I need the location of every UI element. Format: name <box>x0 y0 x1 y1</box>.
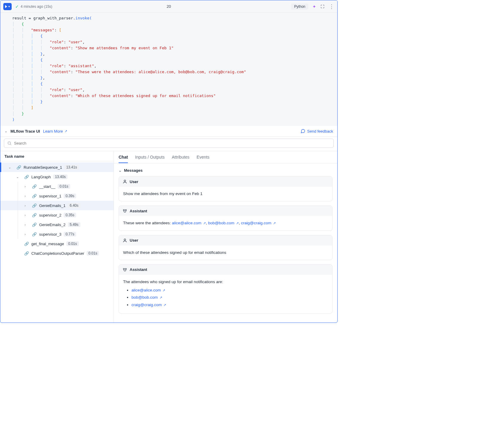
external-link-icon: ↗ <box>65 129 67 133</box>
email-link[interactable]: alice@alice.com ↗ <box>172 221 206 225</box>
more-icon[interactable]: ⋮ <box>329 4 334 9</box>
chevron-down-icon: ⌄ <box>15 175 19 179</box>
message-body: The attendees who signed up for email no… <box>119 275 332 313</box>
sparkle-icon[interactable]: ✦ <box>312 4 316 9</box>
svg-point-0 <box>8 142 11 145</box>
user-icon <box>122 238 127 243</box>
search-box[interactable] <box>4 139 334 148</box>
message-body: Show me attendees from my event on Feb 1 <box>119 187 332 201</box>
speech-bubble-icon <box>301 129 305 134</box>
message-body: These were the attendees: alice@alice.co… <box>119 216 332 230</box>
svg-point-3 <box>123 210 125 211</box>
search-wrap <box>0 137 337 151</box>
trace-title: MLflow Trace UI <box>10 129 40 134</box>
link-icon: 🔗 <box>32 213 37 217</box>
learn-more-link[interactable]: Learn More ↗ <box>43 129 67 134</box>
chevron-right-icon: › <box>23 213 27 217</box>
link-icon: 🔗 <box>32 194 37 198</box>
message-card-assistant: Assistant The attendees who signed up fo… <box>119 264 333 314</box>
code-token: result <box>12 16 26 20</box>
email-link[interactable]: alice@alice.com ↗ <box>131 288 165 292</box>
tab-chat[interactable]: Chat <box>119 151 128 163</box>
code-editor[interactable]: result = graph_with_parser.invoke( │ { │… <box>0 13 337 126</box>
tree-node[interactable]: › 🔗 __start__ 0.01s <box>0 182 114 191</box>
link-icon: 🔗 <box>32 223 37 227</box>
link-icon: 🔗 <box>32 184 37 189</box>
message-body: Which of these attendees signed up for e… <box>119 246 332 260</box>
search-input[interactable] <box>14 141 330 145</box>
tree-node[interactable]: › 🔗 GenieEmails_2 5.49s <box>0 220 114 229</box>
assistant-icon <box>122 267 127 272</box>
email-link[interactable]: craig@craig.com ↗ <box>131 303 166 307</box>
chevron-right-icon: › <box>23 185 27 188</box>
check-icon: ✓ <box>15 4 19 9</box>
external-link-icon: ↗ <box>163 289 165 292</box>
email-link[interactable]: bob@bob.com ↗ <box>208 221 239 225</box>
chevron-right-icon: › <box>23 232 27 236</box>
tree-node-highlighted[interactable]: › 🔗 GenieEmails_1 6.40s <box>0 201 114 210</box>
tabs: Chat Inputs / Outputs Attributes Events <box>114 151 337 163</box>
link-icon: 🔗 <box>32 203 37 208</box>
external-link-icon: ↗ <box>163 303 166 307</box>
assistant-icon <box>122 208 127 213</box>
cell-number: 20 <box>167 4 171 9</box>
chevron-right-icon: › <box>23 194 27 198</box>
chevron-down-icon: ⌄ <box>7 165 12 169</box>
chevron-down-icon[interactable]: ⌄ <box>4 129 7 133</box>
svg-line-1 <box>10 144 11 145</box>
tree-panel: Task name ⌄ 🔗 RunnableSequence_1 13.41s … <box>0 151 114 323</box>
tree-node[interactable]: 🔗 ChatCompletionsOutputParser 0.01s <box>0 248 114 258</box>
right-tools: Python ✦ ⋮ <box>291 4 334 10</box>
run-button[interactable]: ▾ <box>3 3 12 10</box>
external-link-icon: ↗ <box>160 296 162 299</box>
link-icon: 🔗 <box>24 242 29 246</box>
tree-node[interactable]: 🔗 get_final_message 0.01s <box>0 239 114 248</box>
tree-node-root[interactable]: ⌄ 🔗 RunnableSequence_1 13.41s <box>0 162 114 172</box>
tab-events[interactable]: Events <box>197 151 209 163</box>
tree-node[interactable]: › 🔗 supervisor_2 0.35s <box>0 210 114 220</box>
external-link-icon: ↗ <box>273 221 276 225</box>
email-link[interactable]: bob@bob.com ↗ <box>131 295 162 300</box>
svg-point-2 <box>124 180 125 182</box>
message-card-user: User Show me attendees from my event on … <box>119 176 333 201</box>
email-link[interactable]: craig@craig.com ↗ <box>241 221 276 225</box>
tab-attributes[interactable]: Attributes <box>172 151 189 163</box>
svg-point-5 <box>124 239 125 240</box>
link-icon: 🔗 <box>32 232 37 237</box>
svg-point-6 <box>123 268 125 269</box>
play-icon <box>5 5 7 8</box>
trace-header: ⌄ MLflow Trace UI Learn More ↗ Send feed… <box>0 126 337 137</box>
task-name-header: Task name <box>0 151 114 161</box>
external-link-icon: ↗ <box>236 221 239 225</box>
message-header: User <box>119 235 332 246</box>
tab-inputs-outputs[interactable]: Inputs / Outputs <box>135 151 165 163</box>
trace-body: Task name ⌄ 🔗 RunnableSequence_1 13.41s … <box>0 151 337 323</box>
message-header: Assistant <box>119 265 332 275</box>
link-icon: 🔗 <box>24 251 29 256</box>
notebook-cell: ▾ ✓ 4 minutes ago (15s) 20 Python ✦ ⋮ re… <box>0 0 338 323</box>
chevron-down-icon: ▾ <box>8 5 10 8</box>
svg-point-4 <box>125 210 126 211</box>
link-icon: 🔗 <box>24 175 29 179</box>
language-pill[interactable]: Python <box>291 4 308 10</box>
content-panel: Chat Inputs / Outputs Attributes Events … <box>114 151 337 323</box>
message-header: Assistant <box>119 206 332 216</box>
cell-toolbar: ▾ ✓ 4 minutes ago (15s) 20 Python ✦ ⋮ <box>0 0 337 13</box>
tree-node[interactable]: › 🔗 supervisor_1 0.39s <box>0 191 114 201</box>
svg-point-7 <box>125 268 126 269</box>
message-header: User <box>119 177 332 187</box>
messages-section: ⌄ Messages User Show me attendees from m… <box>114 163 337 323</box>
user-icon <box>122 179 127 184</box>
send-feedback-link[interactable]: Send feedback <box>301 129 333 134</box>
tree-node[interactable]: › 🔗 supervisor_3 0.77s <box>0 229 114 239</box>
chevron-right-icon: › <box>23 223 27 226</box>
tree-node[interactable]: ⌄ 🔗 LangGraph 13.40s <box>0 172 114 182</box>
messages-heading[interactable]: ⌄ Messages <box>119 168 333 173</box>
expand-icon[interactable] <box>320 4 325 9</box>
chevron-right-icon: › <box>23 204 27 207</box>
task-tree: ⌄ 🔗 RunnableSequence_1 13.41s ⌄ 🔗 LangGr… <box>0 161 114 259</box>
link-icon: 🔗 <box>16 165 21 170</box>
message-card-assistant: Assistant These were the attendees: alic… <box>119 205 333 231</box>
chevron-down-icon: ⌄ <box>119 168 122 173</box>
run-meta: 4 minutes ago (15s) <box>21 4 52 9</box>
